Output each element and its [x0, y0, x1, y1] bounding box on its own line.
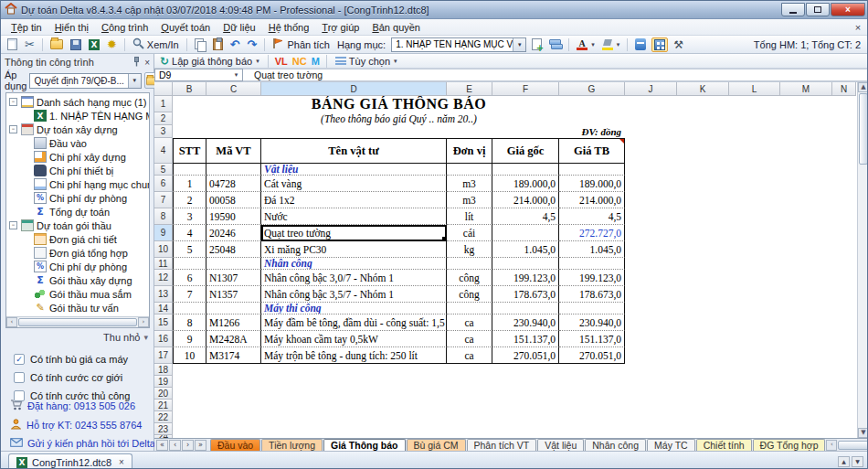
row-header-1[interactable]: 1: [154, 96, 173, 112]
column-header-J[interactable]: J: [625, 82, 677, 96]
sheet-title[interactable]: BẢNG GIÁ THÔNG BÁO: [173, 96, 625, 112]
table-header-4[interactable]: Giá gốc: [492, 138, 559, 164]
unit-note[interactable]: ĐV: đồng: [173, 125, 625, 138]
stt-cell-r9[interactable]: 4: [173, 225, 206, 241]
section-cell[interactable]: Vật liệu: [261, 164, 447, 176]
cut-button[interactable]: ✂: [23, 38, 37, 50]
menu-item-0[interactable]: Tệp tin: [5, 21, 48, 34]
fill-color-button[interactable]: ▾: [600, 38, 622, 50]
name-cell-r10[interactable]: Xi măng PC30: [261, 241, 447, 258]
stt-cell-r8[interactable]: 3: [173, 208, 206, 225]
column-header-M[interactable]: M: [780, 82, 832, 96]
sheet-tab-6[interactable]: Nhân công: [585, 439, 646, 451]
tree-expander-icon[interactable]: –: [9, 125, 17, 133]
column-header-G[interactable]: G: [559, 82, 625, 96]
tb-price-cell-r10[interactable]: 1.045,0: [559, 241, 625, 258]
tree-expander-icon[interactable]: –: [9, 98, 17, 106]
base-price-cell-r8[interactable]: 4,5: [492, 208, 559, 225]
code-cell-r6[interactable]: 04728: [206, 176, 261, 192]
sheet-subtitle[interactable]: (Theo thông báo giá Quý .. năm 20..): [173, 112, 625, 125]
column-header-L[interactable]: L: [729, 82, 780, 96]
section-cell[interactable]: Máy thi công: [261, 303, 447, 314]
cell-reference-combobox[interactable]: D9 ▾: [154, 69, 243, 81]
stt-cell-r13[interactable]: 7: [173, 286, 206, 303]
tb-price-cell-r7[interactable]: 214.000,0: [559, 192, 625, 208]
scrollbar-thumb[interactable]: [838, 441, 868, 450]
contact-link-1[interactable]: Hỗ trợ KT: 0243 555 8764: [10, 419, 155, 432]
column-header-N[interactable]: N: [832, 82, 856, 96]
first-sheet-icon[interactable]: «: [156, 440, 168, 451]
menu-item-4[interactable]: Dữ liệu: [217, 21, 262, 34]
base-price-cell-r17[interactable]: 270.051,0: [492, 347, 559, 364]
base-price-cell-r13[interactable]: 178.673,0: [492, 286, 559, 303]
empty-cell[interactable]: [447, 258, 492, 270]
code-cell-r13[interactable]: N1357: [206, 286, 261, 303]
sheet-tab-9[interactable]: ĐG Tổng hợp: [753, 439, 826, 451]
sheet-tab-0[interactable]: Đầu vào: [210, 439, 260, 451]
tree-item-12[interactable]: %Chi phí dự phòng: [6, 260, 149, 273]
unit-cell-r13[interactable]: công: [447, 286, 492, 303]
tb-price-cell-r12[interactable]: 199.123,0: [559, 270, 625, 286]
sheet-tab-2[interactable]: Giá Thông báo: [323, 439, 406, 451]
sheet-tab-1[interactable]: Tiền lượng: [261, 439, 323, 451]
contact-link-2[interactable]: Gửi ý kiến phản hồi tới Delta: [10, 438, 155, 449]
export-excel-button[interactable]: X: [87, 39, 101, 50]
row-header-7[interactable]: 7: [154, 192, 173, 208]
row-header-2[interactable]: 2: [154, 112, 173, 125]
tb-price-cell-r15[interactable]: 230.940,0: [559, 314, 625, 331]
code-cell-r10[interactable]: 25048: [206, 241, 261, 258]
spin-down-icon[interactable]: ▼: [852, 456, 863, 467]
tree-item-6[interactable]: Chi phí hạng mục chung: [6, 177, 149, 191]
code-cell-r17[interactable]: M3174: [206, 347, 261, 364]
close-button[interactable]: ×: [831, 3, 865, 16]
code-cell-r15[interactable]: M1266: [206, 314, 261, 331]
sheet-tab-4[interactable]: Phân tích VT: [467, 439, 537, 451]
nc-label[interactable]: NC: [292, 56, 307, 67]
row-header-6[interactable]: 6: [154, 176, 173, 192]
sheet-tab-7[interactable]: Máy TC: [647, 439, 695, 451]
table-header-1[interactable]: Mã VT: [206, 138, 261, 164]
name-cell-r7[interactable]: Đá 1x2: [261, 192, 447, 208]
empty-cell[interactable]: [559, 258, 625, 270]
menu-item-5[interactable]: Hệ thống: [262, 21, 316, 34]
column-header-E[interactable]: E: [447, 82, 492, 96]
spin-up-icon[interactable]: ▲: [838, 456, 850, 467]
empty-cell[interactable]: [492, 164, 559, 176]
row-header-23[interactable]: 23: [154, 423, 173, 435]
scrollbar-thumb[interactable]: [859, 93, 868, 165]
empty-cell[interactable]: [206, 258, 261, 270]
empty-cell[interactable]: [173, 258, 206, 270]
column-header-F[interactable]: F: [492, 82, 559, 96]
row-header-16[interactable]: 16: [154, 331, 173, 347]
new-document-button[interactable]: [5, 38, 19, 50]
table-header-5[interactable]: Giá TB: [559, 138, 625, 164]
grid-corner[interactable]: [154, 82, 173, 96]
tree-horizontal-scrollbar[interactable]: ‹ ›: [6, 316, 149, 327]
column-header-K[interactable]: K: [677, 82, 729, 96]
unit-cell-r17[interactable]: ca: [447, 347, 492, 364]
tree-item-3[interactable]: Đầu vào: [6, 136, 149, 150]
menu-item-3[interactable]: Quyết toán: [154, 21, 217, 34]
scroll-down-icon[interactable]: ▼: [858, 428, 868, 438]
name-cell-r13[interactable]: Nhân công bậc 3,5/7 - Nhóm 1: [261, 286, 447, 303]
name-cell-r9[interactable]: Quạt treo tường: [261, 225, 447, 241]
name-cell-r16[interactable]: Máy khoan cầm tay 0,5kW: [261, 331, 447, 347]
empty-cell[interactable]: [492, 258, 559, 270]
empty-cell[interactable]: [206, 164, 261, 176]
empty-cell[interactable]: [173, 303, 206, 314]
tree-item-13[interactable]: ΣGói thầu xây dựng: [6, 273, 149, 287]
contact-link-0[interactable]: Đặt hàng: 0913 505 026: [10, 400, 155, 412]
tree-item-2[interactable]: –Dự toán xây dựng: [6, 123, 149, 136]
m-label[interactable]: M: [312, 56, 320, 67]
scroll-left-icon[interactable]: ‹: [6, 317, 17, 327]
column-header-C[interactable]: C: [206, 82, 261, 96]
name-cell-r8[interactable]: Nước: [261, 208, 447, 225]
base-price-cell-r10[interactable]: 1.045,0: [492, 241, 559, 258]
unit-cell-r15[interactable]: ca: [447, 314, 492, 331]
stt-cell-r16[interactable]: 9: [173, 331, 206, 347]
sheet-tab-5[interactable]: Vật liệu: [537, 439, 584, 451]
redo-button[interactable]: ↷: [246, 38, 259, 50]
collapse-control[interactable]: Thu nhỏ ▾: [103, 332, 148, 343]
menu-item-1[interactable]: Hiển thị: [48, 21, 95, 34]
analyze-button[interactable]: Phân tích: [270, 37, 331, 51]
